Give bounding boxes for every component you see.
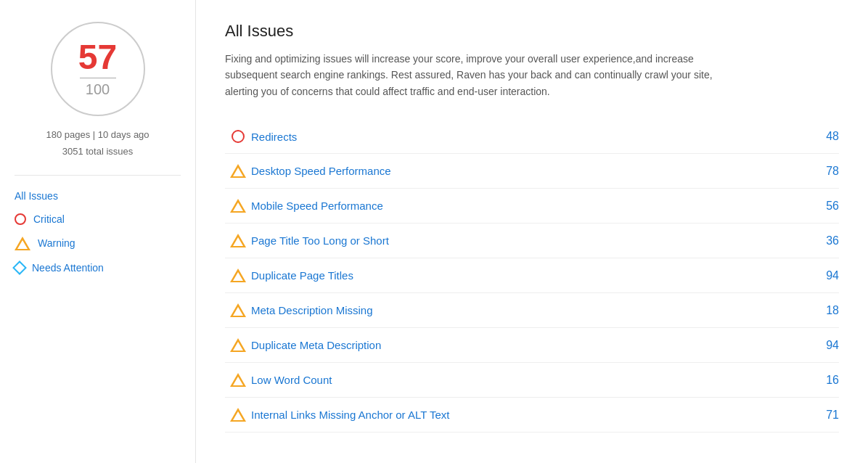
critical-label: Critical <box>33 213 65 225</box>
warning-icon <box>230 303 246 317</box>
warning-icon <box>230 269 246 282</box>
all-issues-label: All Issues <box>15 190 58 202</box>
sidebar-item-all-issues[interactable]: All Issues <box>15 189 181 203</box>
app-container: 57 100 180 pages | 10 days ago 3051 tota… <box>0 0 868 463</box>
issue-row[interactable]: Redirects48 <box>225 120 839 154</box>
issue-row[interactable]: Meta Description Missing18 <box>225 293 839 328</box>
issue-name: Duplicate Meta Description <box>251 339 810 351</box>
issue-name: Desktop Speed Performance <box>251 165 810 177</box>
sidebar: 57 100 180 pages | 10 days ago 3051 tota… <box>0 0 196 463</box>
issue-count: 78 <box>810 165 839 178</box>
issue-name: Internal Links Missing Anchor or ALT Tex… <box>251 409 810 421</box>
issues-list: Redirects48Desktop Speed Performance78Mo… <box>225 120 839 433</box>
warning-icon <box>230 164 246 178</box>
critical-icon <box>232 130 245 143</box>
issue-name: Duplicate Page Titles <box>251 269 810 282</box>
issue-row[interactable]: Page Title Too Long or Short36 <box>225 224 839 258</box>
issue-count: 16 <box>810 374 839 387</box>
sidebar-item-needs-attention[interactable]: Needs Attention <box>15 261 181 275</box>
issue-row[interactable]: Duplicate Page Titles94 <box>225 258 839 293</box>
score-divider <box>80 78 116 78</box>
issue-row[interactable]: Mobile Speed Performance56 <box>225 189 839 224</box>
issue-name: Meta Description Missing <box>251 304 810 316</box>
page-description: Fixing and optimizing issues will increa… <box>225 51 748 99</box>
warning-icon <box>15 237 30 250</box>
sidebar-nav: All Issues Critical Warning Needs Attent… <box>15 189 181 275</box>
issue-count: 48 <box>810 130 839 143</box>
sidebar-item-critical[interactable]: Critical <box>15 212 181 226</box>
issue-count: 56 <box>810 200 839 213</box>
warning-icon <box>230 408 246 422</box>
score-max: 100 <box>86 81 110 98</box>
issue-row[interactable]: Low Word Count16 <box>225 363 839 398</box>
sidebar-divider <box>15 175 181 176</box>
warning-icon <box>230 234 246 247</box>
issue-count: 18 <box>810 304 839 317</box>
issue-count: 94 <box>810 269 839 282</box>
issue-count: 36 <box>810 234 839 247</box>
main-content: All Issues Fixing and optimizing issues … <box>196 0 868 463</box>
page-title: All Issues <box>225 22 839 41</box>
warning-icon <box>230 373 246 387</box>
issue-name: Mobile Speed Performance <box>251 200 810 212</box>
issue-row[interactable]: Duplicate Meta Description94 <box>225 328 839 363</box>
attention-icon <box>12 261 27 275</box>
pages-info: 180 pages | 10 days ago <box>46 126 149 143</box>
issue-name: Low Word Count <box>251 374 810 386</box>
needs-attention-label: Needs Attention <box>32 262 104 274</box>
warning-icon <box>230 199 246 213</box>
issue-count: 94 <box>810 339 839 352</box>
issue-row[interactable]: Internal Links Missing Anchor or ALT Tex… <box>225 398 839 433</box>
sidebar-meta: 180 pages | 10 days ago 3051 total issue… <box>46 126 149 160</box>
issue-count: 71 <box>810 409 839 422</box>
critical-icon <box>15 213 26 225</box>
issue-name: Redirects <box>251 131 810 143</box>
total-issues: 3051 total issues <box>46 143 149 160</box>
issue-row[interactable]: Desktop Speed Performance78 <box>225 154 839 189</box>
issue-name: Page Title Too Long or Short <box>251 234 810 247</box>
warning-label: Warning <box>38 237 75 249</box>
sidebar-item-warning[interactable]: Warning <box>15 235 181 252</box>
score-circle: 57 100 <box>51 22 145 116</box>
score-value: 57 <box>78 40 117 75</box>
warning-icon <box>230 338 246 352</box>
